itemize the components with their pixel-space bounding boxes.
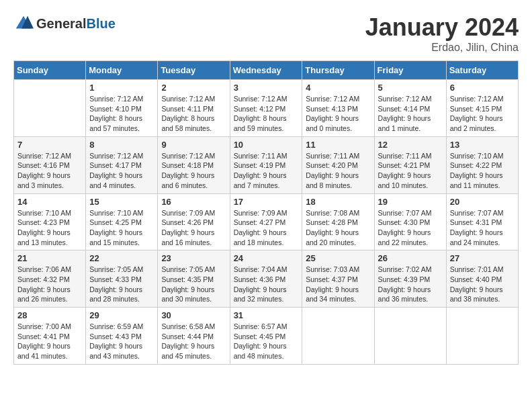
day-info: Sunrise: 6:58 AMSunset: 4:44 PMDaylight:…: [161, 322, 226, 361]
day-info: Sunrise: 7:11 AMSunset: 4:19 PMDaylight:…: [234, 151, 299, 191]
day-info: Sunrise: 7:12 AMSunset: 4:14 PMDaylight:…: [378, 94, 443, 134]
day-info: Sunrise: 7:01 AMSunset: 4:40 PMDaylight:…: [450, 265, 515, 304]
calendar-cell: 2Sunrise: 7:12 AMSunset: 4:11 PMDaylight…: [158, 80, 230, 137]
day-number: 1: [89, 83, 154, 93]
col-header-monday: Monday: [86, 61, 158, 80]
calendar-cell: 25Sunrise: 7:03 AMSunset: 4:37 PMDayligh…: [302, 250, 374, 308]
calendar-cell: 9Sunrise: 7:12 AMSunset: 4:18 PMDaylight…: [158, 136, 230, 193]
day-number: 30: [161, 310, 226, 320]
calendar-cell: 7Sunrise: 7:12 AMSunset: 4:16 PMDaylight…: [14, 136, 86, 193]
day-number: 21: [17, 253, 82, 263]
calendar-cell: 28Sunrise: 7:00 AMSunset: 4:41 PMDayligh…: [14, 308, 86, 365]
day-info: Sunrise: 7:11 AMSunset: 4:21 PMDaylight:…: [378, 151, 443, 191]
day-number: 3: [234, 83, 299, 93]
calendar-cell: 6Sunrise: 7:12 AMSunset: 4:15 PMDaylight…: [446, 80, 518, 137]
day-info: Sunrise: 7:07 AMSunset: 4:31 PMDaylight:…: [450, 208, 515, 248]
col-header-thursday: Thursday: [302, 61, 374, 80]
day-info: Sunrise: 7:06 AMSunset: 4:32 PMDaylight:…: [17, 265, 82, 304]
month-title: January 2024: [365, 13, 519, 42]
day-info: Sunrise: 7:09 AMSunset: 4:27 PMDaylight:…: [234, 208, 299, 248]
logo-general-text: General: [36, 16, 86, 31]
day-number: 27: [450, 253, 515, 263]
calendar-table: SundayMondayTuesdayWednesdayThursdayFrid…: [13, 60, 519, 365]
day-info: Sunrise: 7:05 AMSunset: 4:33 PMDaylight:…: [89, 265, 154, 304]
calendar-cell: 30Sunrise: 6:58 AMSunset: 4:44 PMDayligh…: [158, 308, 230, 365]
day-number: 15: [89, 197, 154, 207]
calendar-cell: 3Sunrise: 7:12 AMSunset: 4:12 PMDaylight…: [230, 80, 302, 137]
calendar-cell: 23Sunrise: 7:05 AMSunset: 4:35 PMDayligh…: [158, 250, 230, 308]
day-info: Sunrise: 7:00 AMSunset: 4:41 PMDaylight:…: [17, 322, 82, 361]
day-number: 16: [161, 197, 226, 207]
day-info: Sunrise: 7:11 AMSunset: 4:20 PMDaylight:…: [306, 151, 370, 191]
day-info: Sunrise: 7:08 AMSunset: 4:28 PMDaylight:…: [306, 208, 370, 248]
day-info: Sunrise: 7:10 AMSunset: 4:25 PMDaylight:…: [89, 208, 154, 248]
calendar-cell: 24Sunrise: 7:04 AMSunset: 4:36 PMDayligh…: [230, 250, 302, 308]
calendar-cell: 12Sunrise: 7:11 AMSunset: 4:21 PMDayligh…: [374, 136, 446, 193]
calendar-cell: 1Sunrise: 7:12 AMSunset: 4:10 PMDaylight…: [86, 80, 158, 137]
day-number: 14: [17, 197, 82, 207]
calendar-cell: 5Sunrise: 7:12 AMSunset: 4:14 PMDaylight…: [374, 80, 446, 137]
calendar-cell: 11Sunrise: 7:11 AMSunset: 4:20 PMDayligh…: [302, 136, 374, 193]
day-info: Sunrise: 7:12 AMSunset: 4:18 PMDaylight:…: [161, 151, 226, 191]
day-number: 7: [17, 140, 82, 150]
day-info: Sunrise: 7:12 AMSunset: 4:16 PMDaylight:…: [17, 151, 82, 191]
day-info: Sunrise: 7:12 AMSunset: 4:13 PMDaylight:…: [306, 94, 370, 134]
calendar-header-row: SundayMondayTuesdayWednesdayThursdayFrid…: [14, 61, 519, 80]
day-info: Sunrise: 7:12 AMSunset: 4:17 PMDaylight:…: [89, 151, 154, 191]
day-number: 25: [306, 253, 370, 263]
col-header-tuesday: Tuesday: [158, 61, 230, 80]
col-header-saturday: Saturday: [446, 61, 518, 80]
calendar-cell: 26Sunrise: 7:02 AMSunset: 4:39 PMDayligh…: [374, 250, 446, 308]
calendar-cell: 10Sunrise: 7:11 AMSunset: 4:19 PMDayligh…: [230, 136, 302, 193]
day-number: 31: [234, 310, 299, 320]
day-info: Sunrise: 7:04 AMSunset: 4:36 PMDaylight:…: [234, 265, 299, 304]
calendar-cell: [14, 80, 86, 137]
day-number: 12: [378, 140, 443, 150]
day-number: 11: [306, 140, 370, 150]
day-info: Sunrise: 7:02 AMSunset: 4:39 PMDaylight:…: [378, 265, 443, 304]
day-number: 23: [161, 253, 226, 263]
day-info: Sunrise: 6:59 AMSunset: 4:43 PMDaylight:…: [89, 322, 154, 361]
day-info: Sunrise: 7:12 AMSunset: 4:15 PMDaylight:…: [450, 94, 515, 134]
logo: GeneralBlue: [13, 13, 116, 34]
calendar-cell: 13Sunrise: 7:10 AMSunset: 4:22 PMDayligh…: [446, 136, 518, 193]
day-number: 4: [306, 83, 370, 93]
calendar-cell: 22Sunrise: 7:05 AMSunset: 4:33 PMDayligh…: [86, 250, 158, 308]
calendar-cell: 16Sunrise: 7:09 AMSunset: 4:26 PMDayligh…: [158, 193, 230, 250]
day-number: 9: [161, 140, 226, 150]
logo-blue-text: Blue: [86, 16, 115, 31]
calendar-cell: [374, 308, 446, 365]
calendar-week-row: 7Sunrise: 7:12 AMSunset: 4:16 PMDaylight…: [14, 136, 519, 193]
location-text: Erdao, Jilin, China: [365, 42, 519, 54]
calendar-cell: 21Sunrise: 7:06 AMSunset: 4:32 PMDayligh…: [14, 250, 86, 308]
calendar-cell: 17Sunrise: 7:09 AMSunset: 4:27 PMDayligh…: [230, 193, 302, 250]
day-number: 6: [450, 83, 515, 93]
day-info: Sunrise: 6:57 AMSunset: 4:45 PMDaylight:…: [234, 322, 299, 361]
day-number: 13: [450, 140, 515, 150]
col-header-sunday: Sunday: [14, 61, 86, 80]
calendar-cell: 8Sunrise: 7:12 AMSunset: 4:17 PMDaylight…: [86, 136, 158, 193]
day-number: 5: [378, 83, 443, 93]
col-header-wednesday: Wednesday: [230, 61, 302, 80]
day-number: 17: [234, 197, 299, 207]
calendar-week-row: 14Sunrise: 7:10 AMSunset: 4:23 PMDayligh…: [14, 193, 519, 250]
day-info: Sunrise: 7:12 AMSunset: 4:10 PMDaylight:…: [89, 94, 154, 134]
day-info: Sunrise: 7:03 AMSunset: 4:37 PMDaylight:…: [306, 265, 370, 304]
day-number: 22: [89, 253, 154, 263]
day-info: Sunrise: 7:12 AMSunset: 4:11 PMDaylight:…: [161, 94, 226, 134]
calendar-week-row: 21Sunrise: 7:06 AMSunset: 4:32 PMDayligh…: [14, 250, 519, 308]
day-info: Sunrise: 7:10 AMSunset: 4:23 PMDaylight:…: [17, 208, 82, 248]
calendar-cell: [446, 308, 518, 365]
calendar-week-row: 28Sunrise: 7:00 AMSunset: 4:41 PMDayligh…: [14, 308, 519, 365]
calendar-cell: 20Sunrise: 7:07 AMSunset: 4:31 PMDayligh…: [446, 193, 518, 250]
day-number: 24: [234, 253, 299, 263]
calendar-cell: [302, 308, 374, 365]
day-number: 29: [89, 310, 154, 320]
day-number: 28: [17, 310, 82, 320]
day-number: 18: [306, 197, 370, 207]
calendar-cell: 14Sunrise: 7:10 AMSunset: 4:23 PMDayligh…: [14, 193, 86, 250]
calendar-cell: 4Sunrise: 7:12 AMSunset: 4:13 PMDaylight…: [302, 80, 374, 137]
col-header-friday: Friday: [374, 61, 446, 80]
day-number: 19: [378, 197, 443, 207]
day-number: 2: [161, 83, 226, 93]
